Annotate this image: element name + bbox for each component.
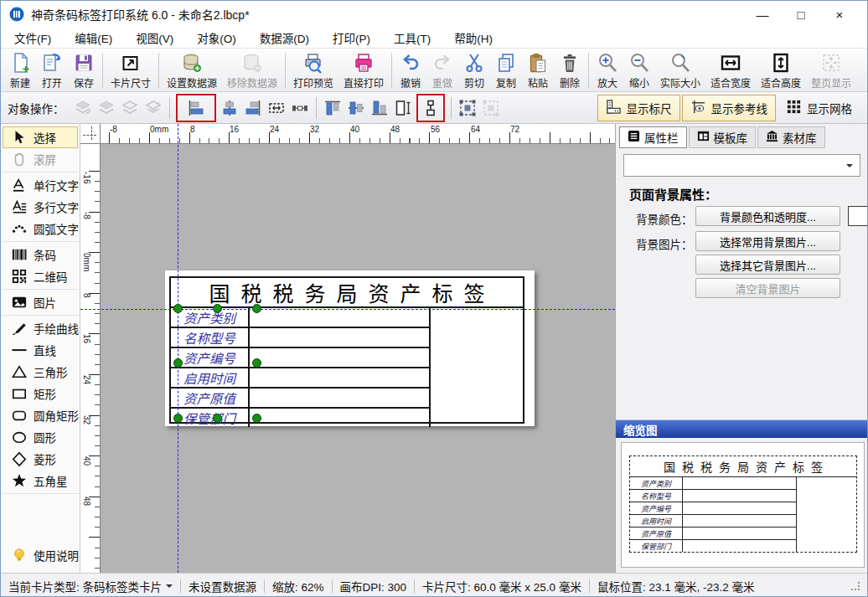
- delete-icon: [559, 51, 581, 75]
- menu-edit[interactable]: 编辑(E): [63, 27, 124, 49]
- tool-barcode[interactable]: 条码: [3, 244, 78, 265]
- selection-handle-bottom-right[interactable]: [252, 414, 261, 423]
- selection-handle-top-right[interactable]: [252, 304, 261, 313]
- same-width-icon[interactable]: [265, 96, 288, 120]
- align-top-icon[interactable]: [321, 96, 344, 120]
- fit-width-button[interactable]: 适合宽度: [705, 50, 756, 90]
- tool-star[interactable]: 五角星: [3, 470, 78, 491]
- actual-size-button[interactable]: 实际大小: [655, 50, 705, 90]
- tab-properties[interactable]: 属性栏: [619, 126, 687, 148]
- zoom-out-button[interactable]: 缩小: [623, 50, 655, 90]
- tool-multi-line-text[interactable]: 多行文字: [3, 196, 78, 218]
- align-left-icon[interactable]: [184, 96, 208, 120]
- tab-materials[interactable]: 素材库: [757, 126, 825, 148]
- thumbnail-preview: 国税税务局资产标签 资产类别 名称型号 资产编号 启用时间 资产原值 保管部门: [621, 442, 865, 568]
- selection-handle-mid-right[interactable]: [252, 358, 261, 368]
- copy-button[interactable]: 复制: [490, 50, 522, 90]
- vertical-spacing-icon[interactable]: [419, 96, 442, 120]
- zoom-in-button[interactable]: 放大: [592, 50, 623, 90]
- menu-print[interactable]: 打印(P): [321, 27, 382, 49]
- tab-templates[interactable]: 模板库: [689, 126, 757, 148]
- align-right-icon[interactable]: [241, 96, 265, 120]
- bg-color-swatch[interactable]: [848, 206, 868, 226]
- menu-datasource[interactable]: 数据源(D): [248, 27, 321, 49]
- menu-file[interactable]: 文件(F): [3, 27, 63, 49]
- barcode-icon: [9, 247, 28, 262]
- open-button[interactable]: 打开: [36, 50, 68, 90]
- tool-line[interactable]: 直线: [3, 339, 78, 361]
- fit-height-button[interactable]: 适合高度: [756, 50, 806, 90]
- selection-handle-mid-left[interactable]: [173, 358, 183, 368]
- bg-image-common-button[interactable]: 选择常用背景图片...: [695, 231, 840, 251]
- tool-circle[interactable]: 圆形: [3, 426, 78, 448]
- selection-handle-bottom-left[interactable]: [173, 414, 183, 423]
- show-ruler-button[interactable]: 显示标尺: [597, 95, 680, 121]
- status-dpi: 画布DPI: 300: [340, 578, 407, 594]
- align-center-horizontal-icon[interactable]: [218, 96, 241, 120]
- undo-button[interactable]: 撤销: [395, 50, 426, 90]
- vertical-guide-line[interactable]: [178, 124, 178, 573]
- tool-arc-text[interactable]: 圆弧文字: [3, 218, 78, 239]
- group-icon[interactable]: [456, 96, 479, 120]
- label-field-column[interactable]: 资产类别 名称型号 资产编号 启用时间 资产原值 保管部门: [171, 308, 250, 427]
- menu-view[interactable]: 视图(V): [124, 27, 185, 49]
- bg-image-other-button[interactable]: 选择其它背景图片...: [695, 255, 840, 275]
- horizontal-spacing-icon[interactable]: [288, 96, 312, 120]
- close-button[interactable]: ×: [820, 2, 859, 27]
- new-button[interactable]: 新建: [4, 50, 36, 90]
- help-button[interactable]: 使用说明: [3, 544, 78, 566]
- selection-handle-top-center[interactable]: [213, 304, 222, 313]
- same-height-icon[interactable]: [391, 96, 415, 120]
- cut-button[interactable]: 剪切: [458, 50, 490, 90]
- status-card-type[interactable]: 当前卡片类型: 条码标签类卡片: [8, 578, 173, 594]
- show-guides-button[interactable]: 显示参考线: [682, 95, 777, 121]
- card-size-button[interactable]: 卡片尺寸: [106, 50, 156, 90]
- tool-freehand-curve[interactable]: 手绘曲线: [3, 317, 78, 339]
- value-cell: [250, 308, 429, 328]
- selection-handle-bottom-center[interactable]: [213, 414, 222, 423]
- template-library-icon: [697, 130, 710, 145]
- tool-select[interactable]: 选择: [3, 126, 78, 148]
- tool-rectangle[interactable]: 矩形: [3, 383, 78, 404]
- tool-pan: 滚屏: [3, 148, 78, 170]
- tool-diamond[interactable]: 菱形: [3, 448, 78, 470]
- label-title[interactable]: 国税税务局资产标签: [171, 278, 523, 308]
- set-datasource-button[interactable]: 设置数据源: [162, 50, 222, 90]
- maximize-button[interactable]: □: [782, 2, 820, 27]
- properties-tab-icon: [628, 130, 640, 145]
- menu-help[interactable]: 帮助(H): [442, 27, 504, 49]
- status-mouse-position: 鼠标位置: 23.1 毫米, -23.2 毫米: [597, 578, 755, 594]
- print-preview-button[interactable]: 打印预览: [288, 50, 338, 90]
- label-card[interactable]: 国税税务局资产标签 资产类别 名称型号 资产编号 启用时间 资产原值 保管部门: [165, 270, 535, 426]
- direct-print-button[interactable]: 直接打印: [338, 50, 389, 90]
- object-selector-combobox[interactable]: [623, 154, 860, 177]
- tool-qrcode[interactable]: 二维码: [3, 265, 78, 287]
- delete-button[interactable]: 删除: [554, 50, 586, 90]
- ungroup-icon: [479, 96, 503, 120]
- bring-forward-icon: [71, 96, 95, 120]
- minimize-button[interactable]: —: [743, 2, 782, 27]
- selection-handle-top-left[interactable]: [173, 304, 183, 313]
- value-cell: [250, 389, 429, 409]
- send-to-back-icon: [118, 96, 142, 120]
- show-grid-button[interactable]: 显示网格: [778, 95, 860, 121]
- fit-height-icon: [770, 51, 792, 75]
- field-cell: 名称型号: [171, 328, 248, 348]
- sidebar-separator: [2, 289, 79, 290]
- horizontal-guide-line[interactable]: [80, 309, 615, 310]
- design-canvas[interactable]: -8 0mm 8 16 24 32 40 48 56 64 72 -16 -8 …: [80, 124, 615, 573]
- align-bottom-icon[interactable]: [368, 96, 391, 120]
- field-cell: 资产类别: [171, 308, 248, 328]
- panel-tabs: 属性栏 模板库 素材库: [619, 126, 825, 148]
- tool-image[interactable]: 图片: [3, 291, 78, 313]
- bg-color-button[interactable]: 背景颜色和透明度...: [695, 206, 840, 226]
- tool-single-line-text[interactable]: 单行文字: [3, 174, 78, 196]
- tool-rounded-rectangle[interactable]: 圆角矩形: [3, 404, 78, 426]
- objbar-separator: [169, 97, 170, 119]
- paste-button[interactable]: 粘贴: [522, 50, 554, 90]
- menu-object[interactable]: 对象(O): [185, 27, 248, 49]
- save-button[interactable]: 保存: [68, 50, 100, 90]
- tool-triangle[interactable]: 三角形: [3, 361, 78, 383]
- align-middle-vertical-icon[interactable]: [344, 96, 368, 120]
- menu-tools[interactable]: 工具(T): [382, 27, 442, 49]
